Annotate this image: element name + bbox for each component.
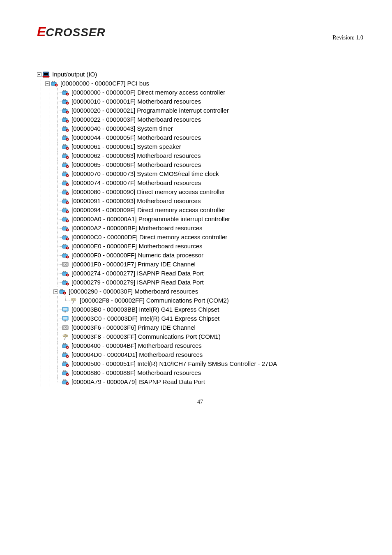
device-icon bbox=[59, 288, 66, 295]
tree-item[interactable]: [000003C0 - 000003DF] Intel(R) G41 Expre… bbox=[37, 314, 363, 323]
svg-rect-16 bbox=[63, 99, 65, 100]
svg-rect-178 bbox=[63, 370, 65, 372]
tree-pci-label: [00000000 - 00000CF7] PCI bus bbox=[60, 79, 149, 88]
svg-rect-116 bbox=[67, 247, 68, 249]
svg-rect-41 bbox=[65, 135, 66, 136]
page-header: E CROSSER Revision: 1.0 bbox=[37, 25, 363, 41]
tree-root[interactable]: Input/output (IO) bbox=[37, 70, 363, 79]
svg-rect-56 bbox=[67, 157, 68, 158]
svg-rect-77 bbox=[65, 190, 66, 191]
tree-item[interactable]: [00000400 - 000004BF] Motherboard resour… bbox=[37, 341, 363, 350]
svg-rect-185 bbox=[65, 379, 66, 381]
device-icon bbox=[62, 116, 69, 123]
tree-item[interactable]: [000001F0 - 000001F7] Primary IDE Channe… bbox=[37, 260, 363, 269]
tree-item[interactable]: [00000274 - 00000277] ISAPNP Read Data P… bbox=[37, 269, 363, 278]
tree-item-label: [00000010 - 0000001F] Motherboard resour… bbox=[71, 97, 201, 106]
svg-rect-98 bbox=[67, 220, 68, 222]
svg-rect-172 bbox=[63, 361, 65, 363]
svg-rect-59 bbox=[65, 162, 66, 164]
svg-rect-64 bbox=[63, 171, 65, 173]
svg-point-125 bbox=[65, 264, 66, 265]
tree-item[interactable]: [00000062 - 00000063] Motherboard resour… bbox=[37, 151, 363, 160]
svg-rect-94 bbox=[63, 217, 65, 218]
tree-item[interactable]: [000000C0 - 000000DF] Direct memory acce… bbox=[37, 233, 363, 242]
tree-item[interactable]: [00000279 - 00000279] ISAPNP Read Data P… bbox=[37, 278, 363, 287]
svg-rect-22 bbox=[63, 108, 65, 109]
device-icon bbox=[62, 179, 69, 187]
expander-icon[interactable] bbox=[53, 289, 58, 294]
tree-pci[interactable]: [00000000 - 00000CF7] PCI bus bbox=[37, 79, 363, 88]
disk-icon bbox=[62, 261, 69, 268]
tree-mbres-child-label: [000002F8 - 000002FF] Communications Por… bbox=[79, 296, 229, 305]
svg-rect-149 bbox=[65, 311, 66, 312]
tree-item[interactable]: [000000F0 - 000000FF] Numeric data proce… bbox=[37, 251, 363, 260]
expander-icon[interactable] bbox=[45, 81, 50, 86]
device-icon bbox=[62, 197, 69, 205]
svg-rect-100 bbox=[63, 226, 65, 227]
display-icon bbox=[62, 315, 69, 322]
svg-rect-71 bbox=[65, 180, 66, 182]
svg-rect-164 bbox=[67, 347, 68, 348]
tree-item[interactable]: [00000091 - 00000093] Motherboard resour… bbox=[37, 197, 363, 206]
svg-rect-17 bbox=[65, 99, 66, 100]
svg-rect-139 bbox=[60, 289, 62, 290]
tree-item[interactable]: [00000010 - 0000001F] Motherboard resour… bbox=[37, 97, 363, 106]
tree-item[interactable]: [00000061 - 00000061] System speaker bbox=[37, 142, 363, 151]
svg-rect-34 bbox=[63, 126, 65, 127]
tree-item-label: [00000091 - 00000093] Motherboard resour… bbox=[71, 197, 201, 206]
device-icon bbox=[62, 224, 69, 232]
tree-item[interactable]: [000004D0 - 000004D1] Motherboard resour… bbox=[37, 350, 363, 359]
tree-item[interactable]: [000000A0 - 000000A1] Programmable inter… bbox=[37, 215, 363, 224]
display-icon bbox=[62, 306, 69, 313]
svg-rect-95 bbox=[65, 217, 66, 218]
device-icon bbox=[62, 170, 69, 178]
tree-item[interactable]: [00000020 - 00000021] Programmable inter… bbox=[37, 106, 363, 115]
tree-item[interactable]: [00000044 - 0000005F] Motherboard resour… bbox=[37, 133, 363, 142]
device-icon bbox=[62, 134, 69, 141]
tree-item[interactable]: [000003F6 - 000003F6] Primary IDE Channe… bbox=[37, 323, 363, 332]
tree-item[interactable]: [00000070 - 00000073] System CMOS/real t… bbox=[37, 169, 363, 178]
tree-item-label: [00000274 - 00000277] ISAPNP Read Data P… bbox=[71, 269, 204, 278]
svg-rect-47 bbox=[65, 144, 66, 146]
tree-item-label: [00000094 - 0000009F] Direct memory acce… bbox=[71, 206, 225, 215]
tree-item-label: [000000A2 - 000000BF] Motherboard resour… bbox=[71, 224, 203, 233]
tree-item[interactable]: [00000022 - 0000003F] Motherboard resour… bbox=[37, 115, 363, 124]
tree-item-label: [00000040 - 00000043] System timer bbox=[71, 124, 173, 133]
tree-item[interactable]: [00000074 - 0000007F] Motherboard resour… bbox=[37, 178, 363, 187]
tree-item[interactable]: [000003F8 - 000003FF] Communications Por… bbox=[37, 332, 363, 341]
svg-rect-160 bbox=[63, 343, 65, 345]
svg-rect-122 bbox=[67, 257, 68, 258]
tree-mbres[interactable]: [00000290 - 0000030F] Motherboard resour… bbox=[37, 287, 363, 296]
svg-rect-127 bbox=[63, 271, 65, 272]
svg-rect-134 bbox=[65, 280, 66, 281]
tree-item-label: [000004D0 - 000004D1] Motherboard resour… bbox=[71, 350, 203, 359]
tree-item[interactable]: [00000040 - 00000043] System timer bbox=[37, 124, 363, 133]
device-icon bbox=[62, 206, 69, 214]
svg-rect-70 bbox=[63, 180, 65, 182]
tree-item[interactable]: [00000065 - 0000006F] Motherboard resour… bbox=[37, 160, 363, 169]
svg-rect-83 bbox=[65, 199, 66, 200]
tree-item[interactable]: [00000880 - 0000088F] Motherboard resour… bbox=[37, 368, 363, 377]
tree-item[interactable]: [00000094 - 0000009F] Direct memory acce… bbox=[37, 206, 363, 215]
expander-icon[interactable] bbox=[37, 72, 42, 77]
svg-point-155 bbox=[65, 327, 66, 328]
tree-item[interactable]: [00000080 - 00000090] Direct memory acce… bbox=[37, 187, 363, 197]
svg-rect-143 bbox=[65, 293, 65, 294]
tree-item[interactable]: [000003B0 - 000003BB] Intel(R) G41 Expre… bbox=[37, 305, 363, 314]
tree-item[interactable]: [000000A2 - 000000BF] Motherboard resour… bbox=[37, 224, 363, 233]
svg-rect-52 bbox=[63, 153, 65, 155]
svg-rect-88 bbox=[63, 208, 65, 209]
tree-item-label: [000003B0 - 000003BB] Intel(R) G41 Expre… bbox=[71, 305, 219, 314]
svg-rect-62 bbox=[67, 166, 68, 167]
tree-mbres-child[interactable]: [000002F8 - 000002FF] Communications Por… bbox=[37, 296, 363, 305]
svg-rect-44 bbox=[67, 139, 68, 140]
device-icon bbox=[62, 125, 69, 132]
svg-rect-110 bbox=[67, 238, 68, 240]
tree-item[interactable]: [00000000 - 0000000F] Direct memory acce… bbox=[37, 88, 363, 97]
device-icon bbox=[62, 89, 69, 96]
device-icon bbox=[62, 215, 69, 223]
tree-item[interactable]: [00000A79 - 00000A79] ISAPNP Read Data P… bbox=[37, 377, 363, 386]
tree-item[interactable]: [00000500 - 0000051F] Intel(R) N10/ICH7 … bbox=[37, 359, 363, 368]
svg-rect-80 bbox=[67, 193, 68, 194]
tree-item[interactable]: [000000E0 - 000000EF] Motherboard resour… bbox=[37, 242, 363, 251]
